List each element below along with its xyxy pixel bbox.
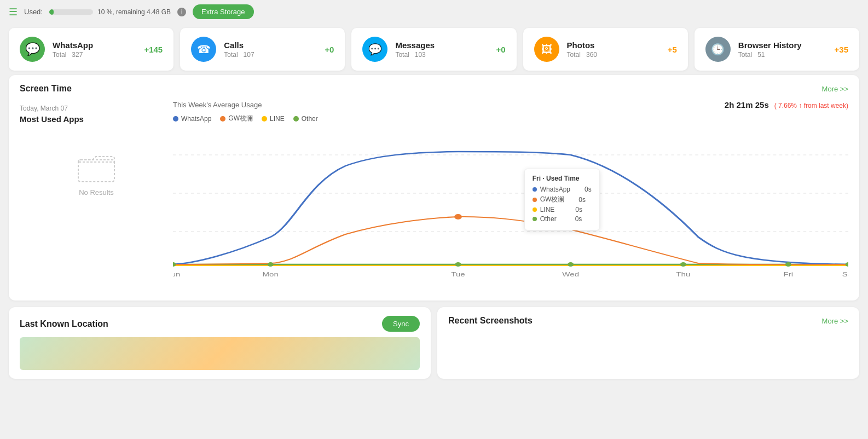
tooltip-label-line: LINE: [540, 206, 555, 213]
legend-dot-whatsapp: [173, 116, 178, 122]
stat-card-messages[interactable]: 💬 Messages Total 103 +0: [351, 28, 516, 71]
stat-card-browser-history[interactable]: 🕒 Browser History Total 51 +35: [695, 28, 859, 71]
screenshots-title: Recent Screenshots: [448, 316, 533, 326]
browser-history-total: Total 51: [738, 51, 827, 59]
tooltip-row-other: Other 0s: [533, 215, 592, 223]
hamburger-icon[interactable]: ☰: [9, 6, 18, 18]
svg-text:Fri: Fri: [784, 271, 794, 278]
tooltip-label-other: Other: [540, 215, 557, 223]
chart-tooltip: Fri · Used Time WhatsApp 0s GW校澜 0s LINE: [524, 169, 600, 230]
messages-total: Total 103: [395, 51, 488, 59]
legend-label-line: LINE: [270, 115, 285, 123]
map-placeholder: [20, 337, 420, 370]
screenshots-card: Recent Screenshots More >>: [437, 307, 859, 379]
messages-delta: +0: [496, 45, 506, 54]
most-used-title: Most Used Apps: [20, 114, 173, 124]
sync-button[interactable]: Sync: [382, 316, 420, 332]
browser-history-name: Browser History: [738, 41, 827, 50]
storage-bar-fill: [49, 9, 54, 15]
storage-text: 10 %, remaining 4.48 GB: [97, 8, 171, 16]
stat-card-whatsapp[interactable]: 💬 WhatsApp Total 327 +145: [9, 28, 173, 71]
screen-time-more-link[interactable]: More >>: [822, 85, 848, 93]
chart-subtitle: This Week's Average Usage: [173, 101, 262, 109]
legend-whatsapp: WhatsApp: [173, 114, 211, 123]
legend-gw: GW校澜: [220, 114, 253, 123]
calls-name: Calls: [224, 41, 317, 50]
legend-dot-line: [262, 116, 267, 122]
screenshots-more-link[interactable]: More >>: [822, 317, 848, 325]
screen-time-header: Screen Time More >>: [20, 84, 848, 94]
calls-total: Total 107: [224, 51, 317, 59]
tooltip-val-whatsapp: 0s: [585, 186, 592, 193]
tooltip-label-whatsapp: WhatsApp: [540, 186, 570, 193]
top-bar: ☰ Used: 10 %, remaining 4.48 GB i Extra …: [0, 0, 868, 24]
chart-wrapper: Sun Mon Tue Wed Thu Fri Sat Fri · Used T…: [173, 128, 848, 292]
calls-info: Calls Total 107: [224, 41, 317, 59]
screen-time-title: Screen Time: [20, 84, 72, 94]
storage-bar-container: 10 %, remaining 4.48 GB: [49, 8, 171, 16]
tooltip-title: Fri · Used Time: [533, 175, 592, 182]
photos-info: Photos Total 360: [567, 41, 660, 59]
chart-legend: WhatsApp GW校澜 LINE Other: [173, 114, 848, 123]
tooltip-val-other: 0s: [575, 215, 582, 223]
screen-time-section: Screen Time More >> Today, March 07 Most…: [9, 75, 859, 301]
today-label: Today, March 07: [20, 105, 173, 112]
no-results-text: No Results: [79, 188, 114, 197]
location-card: Last Known Location Sync: [9, 307, 431, 379]
calls-icon: ☎: [191, 37, 216, 62]
messages-name: Messages: [395, 41, 488, 50]
tooltip-row-whatsapp: WhatsApp 0s: [533, 186, 592, 193]
chart-delta: ( 7.66% ↑ from last week): [774, 102, 848, 109]
stats-cards-row: 💬 WhatsApp Total 327 +145 ☎ Calls Total …: [0, 24, 868, 75]
svg-point-7: [455, 262, 461, 267]
svg-point-8: [568, 262, 574, 267]
whatsapp-total: Total 327: [53, 51, 136, 59]
left-panel: Today, March 07 Most Used Apps No Result…: [20, 100, 173, 292]
stat-card-calls[interactable]: ☎ Calls Total 107 +0: [180, 28, 345, 71]
tooltip-row-gw: GW校澜 0s: [533, 195, 592, 204]
svg-point-6: [268, 262, 274, 267]
chart-total: 2h 21m 25s: [725, 100, 769, 109]
bottom-row: Last Known Location Sync Recent Screensh…: [0, 307, 868, 385]
whatsapp-delta: +145: [144, 45, 163, 54]
svg-point-10: [785, 262, 791, 267]
browser-history-info: Browser History Total 51: [738, 41, 827, 59]
storage-bar-bg: [49, 9, 93, 15]
screenshots-card-header: Recent Screenshots More >>: [448, 316, 848, 326]
right-panel: This Week's Average Usage 2h 21m 25s ( 7…: [173, 100, 848, 292]
legend-dot-gw: [220, 116, 225, 122]
legend-label-other: Other: [302, 115, 318, 123]
whatsapp-info: WhatsApp Total 327: [53, 41, 136, 59]
svg-rect-0: [78, 160, 114, 182]
whatsapp-name: WhatsApp: [53, 41, 136, 50]
legend-line: LINE: [262, 114, 285, 123]
legend-label-gw: GW校澜: [228, 114, 253, 123]
svg-text:Sat: Sat: [842, 271, 848, 278]
calls-delta: +0: [325, 45, 334, 54]
tooltip-dot-gw: [533, 198, 537, 202]
no-results-container: No Results: [20, 130, 173, 218]
legend-dot-other: [293, 116, 299, 122]
svg-text:Sun: Sun: [173, 271, 180, 278]
tooltip-label-gw: GW校澜: [540, 195, 565, 204]
chart-header: This Week's Average Usage 2h 21m 25s ( 7…: [173, 100, 848, 109]
legend-other: Other: [293, 114, 318, 123]
extra-storage-button[interactable]: Extra Storage: [193, 4, 254, 19]
line-chart: Sun Mon Tue Wed Thu Fri Sat: [173, 128, 848, 286]
info-icon[interactable]: i: [177, 8, 186, 16]
legend-label-whatsapp: WhatsApp: [181, 115, 211, 123]
location-title: Last Known Location: [20, 319, 108, 329]
tooltip-val-line: 0s: [575, 206, 582, 213]
photos-name: Photos: [567, 41, 660, 50]
stat-card-photos[interactable]: 🖼 Photos Total 360 +5: [523, 28, 688, 71]
tooltip-dot-other: [533, 217, 537, 221]
svg-text:Wed: Wed: [562, 271, 579, 278]
tooltip-dot-whatsapp: [533, 187, 537, 192]
tooltip-val-gw: 0s: [578, 196, 586, 204]
used-label: Used:: [24, 8, 43, 16]
messages-info: Messages Total 103: [395, 41, 488, 59]
messages-icon: 💬: [362, 37, 387, 62]
browser-history-icon: 🕒: [705, 37, 731, 62]
photos-delta: +5: [668, 45, 677, 54]
photos-total: Total 360: [567, 51, 660, 59]
